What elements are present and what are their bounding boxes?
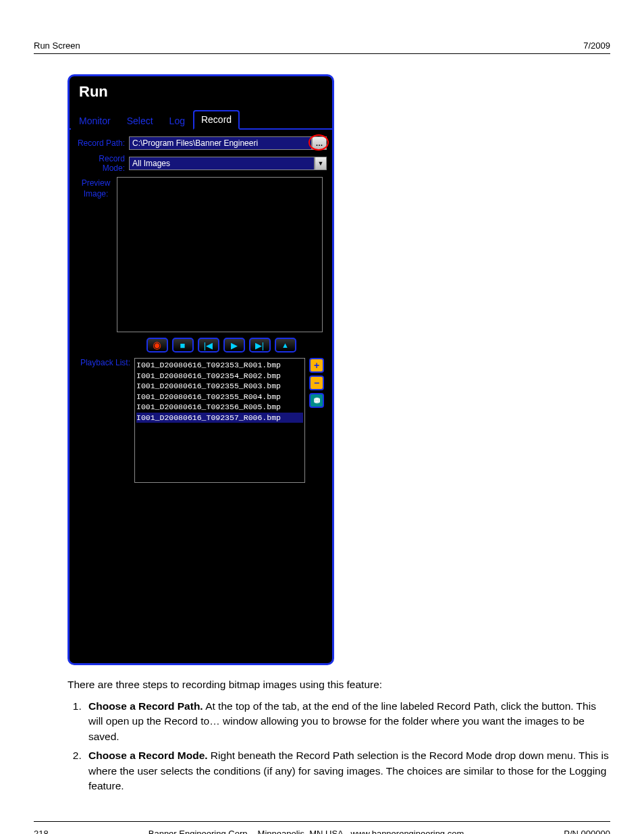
minus-icon: −	[314, 377, 319, 388]
playback-list-label: Playback List:	[75, 358, 134, 367]
add-button[interactable]: +	[309, 358, 324, 373]
doc-header-left: Run Screen	[34, 41, 80, 51]
doc-header: Run Screen 7/2009	[34, 41, 610, 54]
stop-icon: ■	[180, 340, 186, 350]
chevron-down-icon: ▼	[318, 160, 324, 167]
preview-label: Preview Image:	[75, 177, 117, 199]
doc-steps: Choose a Record Path. At the top of the …	[84, 699, 610, 794]
playback-controls: ◉ ■ |◀ ▶ ▶| ▲	[115, 338, 327, 353]
tab-log[interactable]: Log	[161, 111, 193, 130]
list-item[interactable]: I001_D20080616_T092357_R006.bmp	[136, 413, 303, 423]
tab-record[interactable]: Record	[193, 110, 240, 130]
playback-side-buttons: + − ⛃	[309, 358, 324, 408]
preview-row: Preview Image:	[75, 177, 327, 332]
preview-image-area	[117, 177, 323, 332]
list-item[interactable]: I001_D20080616_T092355_R004.bmp	[136, 392, 303, 402]
play-icon: ▶	[231, 340, 238, 350]
record-mode-label: Record Mode:	[75, 154, 129, 173]
remove-button[interactable]: −	[309, 375, 324, 390]
panel-body: Record Path: C:\Program Files\Banner Eng…	[70, 130, 332, 490]
prev-button[interactable]: |◀	[198, 338, 219, 353]
doc-footer: 218 Banner Engineering Corp. - Minneapol…	[34, 821, 610, 834]
playback-listbox[interactable]: I001_D20080616_T092353_R001.bmp I001_D20…	[134, 358, 305, 483]
part-number: P/N 000000	[564, 829, 610, 834]
record-mode-select[interactable]: All Images	[129, 157, 315, 170]
record-mode-row: Record Mode: All Images ▼	[75, 154, 327, 173]
tab-select[interactable]: Select	[119, 111, 161, 130]
disk-icon: ⛃	[314, 396, 320, 405]
tab-monitor[interactable]: Monitor	[71, 111, 119, 130]
plus-icon: +	[314, 360, 319, 371]
stop-button[interactable]: ■	[172, 338, 194, 353]
next-button[interactable]: ▶|	[249, 338, 271, 353]
doc-step-1: Choose a Record Path. At the top of the …	[84, 699, 610, 744]
record-path-input[interactable]: C:\Program Files\Banner Engineeri	[129, 136, 312, 150]
list-item[interactable]: I001_D20080616_T092353_R001.bmp	[136, 360, 303, 371]
record-path-label: Record Path:	[75, 138, 129, 148]
list-item[interactable]: I001_D20080616_T092356_R005.bmp	[136, 402, 303, 413]
footer-center: Banner Engineering Corp. - Minneapolis, …	[49, 829, 564, 834]
play-button[interactable]: ▶	[223, 338, 245, 353]
doc-step-2: Choose a Record Mode. Right beneath the …	[84, 748, 610, 793]
run-panel: Run Monitor Select Log Record Record Pat…	[68, 74, 334, 665]
highlight-annotation	[308, 134, 329, 151]
playback-row: Playback List: I001_D20080616_T092353_R0…	[75, 358, 327, 483]
list-item[interactable]: I001_D20080616_T092355_R003.bmp	[136, 381, 303, 392]
record-path-row: Record Path: C:\Program Files\Banner Eng…	[75, 136, 327, 150]
eject-button[interactable]: ▲	[275, 338, 296, 353]
record-path-browse-button[interactable]: …	[312, 136, 327, 150]
eject-icon: ▲	[281, 341, 289, 349]
doc-intro: There are three steps to recording bitma…	[68, 679, 610, 691]
tab-bar: Monitor Select Log Record	[70, 109, 332, 130]
skip-forward-icon: ▶|	[255, 340, 264, 350]
page-number: 218	[34, 829, 49, 834]
record-icon: ◉	[153, 339, 161, 351]
panel-title: Run	[70, 76, 332, 109]
skip-back-icon: |◀	[204, 340, 213, 350]
record-button[interactable]: ◉	[146, 338, 168, 353]
record-mode-dropdown-button[interactable]: ▼	[315, 157, 327, 170]
doc-header-right: 7/2009	[583, 41, 610, 51]
disk-button[interactable]: ⛃	[309, 393, 324, 408]
list-item[interactable]: I001_D20080616_T092354_R002.bmp	[136, 371, 303, 382]
